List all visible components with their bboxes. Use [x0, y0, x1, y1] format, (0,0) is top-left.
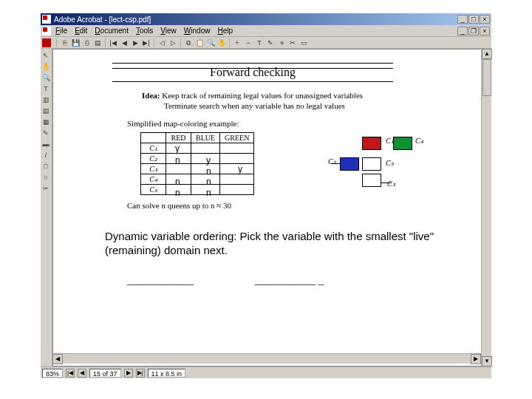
vertical-scrollbar[interactable]: ▲ ▼	[481, 49, 491, 366]
statusbar: 83% |◀ ◀ 15 of 37 ▶ ▶| 11 x 8.5 in	[41, 366, 491, 378]
menu-window[interactable]: Window	[184, 27, 211, 35]
doc-minimize-button[interactable]: _	[457, 27, 468, 35]
scroll-left-icon[interactable]: ◀	[52, 354, 63, 364]
window-title: Adobe Acrobat - [lect-csp.pdf]	[54, 16, 151, 24]
column-tool-icon[interactable]: ▥	[41, 95, 51, 105]
text-select-icon[interactable]: T	[254, 38, 265, 48]
forward-icon[interactable]: ▷	[168, 38, 178, 48]
stamp-tool-icon[interactable]: ▦	[41, 117, 51, 127]
pdf-app-icon	[42, 15, 51, 24]
save-icon[interactable]: 💾	[70, 38, 81, 48]
form-tool-icon[interactable]: ▭	[299, 38, 309, 48]
table-row: C₃	[141, 164, 254, 174]
maximize-button[interactable]: □	[468, 15, 479, 24]
map-diagram: C₁ C₂ C₃ C₄ C₅	[319, 131, 452, 205]
lbl-c5: C₅	[386, 159, 394, 167]
box-tool-icon[interactable]: □	[41, 161, 51, 171]
menu-help[interactable]: Help	[217, 27, 233, 35]
doc-restore-button[interactable]: ❐	[468, 27, 479, 35]
blank2: ___________ _	[255, 274, 324, 286]
scroll-down-icon[interactable]: ▼	[482, 356, 492, 366]
zoom-out-icon[interactable]: −	[243, 38, 253, 48]
crop-tool-icon[interactable]: ✂	[287, 38, 298, 48]
note-tool2-icon[interactable]: ▤	[41, 106, 51, 116]
hdr-green: GREEN	[220, 133, 254, 143]
zoom-in-icon[interactable]: +	[232, 38, 242, 48]
hand-tool-icon[interactable]: ✋	[216, 38, 227, 48]
copy-icon[interactable]: ⧉	[183, 38, 194, 48]
menu-edit[interactable]: Edit	[75, 27, 87, 35]
idea-label: Idea:	[142, 91, 160, 100]
cell-c5-red: n	[175, 188, 180, 198]
circle-tool-icon[interactable]: ○	[41, 172, 51, 183]
scroll-thumb[interactable]	[482, 59, 491, 96]
status-first-icon[interactable]: |◀	[66, 369, 75, 378]
cell-c2-red: n	[175, 155, 180, 166]
main-toolbar: ⎘ 💾 ⎙ ▤ |◀ ◀ ▶ ▶| ◁ ▷ ⧉ 📋 🔍 ✋ + − T ✎ ⎆ …	[41, 37, 491, 49]
doc-close-button[interactable]: ×	[480, 27, 490, 35]
cell-c4-blue: n	[206, 177, 211, 187]
paste-icon[interactable]: 📋	[194, 38, 205, 48]
lbl-c1: C₁	[386, 137, 394, 145]
status-prev-icon[interactable]: ◀	[78, 369, 86, 378]
page-size: 11 x 8.5 in	[148, 369, 186, 378]
left-toolbox: ↖ ✋ 🔍 T ▥ ▤ ▦ ✎ ▬ / □ ○ ✂	[41, 49, 52, 366]
hand-tool2-icon[interactable]: ✋	[41, 61, 51, 72]
blank1: ____________	[127, 274, 194, 286]
hdr-red: RED	[166, 133, 191, 143]
lbl-c2: C₂	[328, 157, 336, 166]
hdr-blank	[141, 133, 166, 143]
idea-line1: Idea: Keep track of remaining legal valu…	[142, 91, 363, 100]
cell-c4-red: n	[175, 177, 180, 187]
page-indicator[interactable]: 15 of 37	[89, 369, 121, 378]
link-tool-icon[interactable]: ⎆	[276, 38, 287, 48]
cell-c3-blue: n	[206, 166, 211, 177]
status-next-icon[interactable]: ▶	[124, 369, 133, 378]
back-icon[interactable]: ◁	[157, 38, 167, 48]
menu-document[interactable]: Document	[95, 27, 129, 35]
first-page-icon[interactable]: |◀	[108, 38, 118, 48]
cell-c3-green: y	[238, 164, 242, 174]
scroll-right-icon[interactable]: ▶	[471, 354, 481, 364]
minimize-button[interactable]: _	[457, 15, 468, 24]
last-page-icon[interactable]: ▶|	[141, 38, 151, 48]
prev-page-icon[interactable]: ◀	[119, 38, 129, 48]
nqueens-text: Can solve n queens up to n ≈ 30	[127, 201, 231, 210]
highlight-tool-icon[interactable]: ▬	[41, 139, 51, 149]
menu-view[interactable]: View	[160, 27, 177, 35]
menubar: File Edit Document Tools View Window Hel…	[41, 25, 491, 37]
crop-tool2-icon[interactable]: ✂	[41, 183, 51, 194]
region-c3	[362, 157, 381, 171]
idea-line2: Terminate search when any variable has n…	[164, 101, 345, 110]
idea-text1: Keep track of remaining legal values for…	[162, 91, 363, 100]
lbl-c4: C₄	[415, 137, 423, 145]
open-icon[interactable]: ⎘	[59, 38, 69, 48]
page-canvas: Forward checking Idea: Keep track of rem…	[53, 50, 481, 366]
table-row: C₁	[141, 143, 254, 154]
horizontal-scrollbar[interactable]: ◀ ▶	[52, 353, 481, 364]
showhide-icon[interactable]: ▤	[92, 38, 103, 48]
scroll-up-icon[interactable]: ▲	[482, 49, 492, 59]
zoom-level[interactable]: 83%	[42, 369, 63, 378]
menu-file[interactable]: File	[55, 27, 67, 35]
region-c4	[393, 137, 412, 150]
acrobat-window: Adobe Acrobat - [lect-csp.pdf] _ □ × Fil…	[41, 13, 491, 375]
find-icon[interactable]: 🔍	[205, 38, 216, 48]
table-header-row: RED BLUE GREEN	[141, 133, 254, 143]
arrow-tool-icon[interactable]: ↖	[41, 50, 51, 61]
print-icon[interactable]: ⎙	[81, 38, 92, 48]
text-tool-icon[interactable]: T	[41, 83, 51, 94]
acrobat-logo-icon	[42, 38, 51, 47]
cell-c1-red: y	[175, 143, 180, 154]
hdr-blue: BLUE	[191, 133, 220, 143]
note-tool-icon[interactable]: ✎	[265, 38, 276, 48]
menu-tools[interactable]: Tools	[136, 27, 153, 35]
next-page-icon[interactable]: ▶	[130, 38, 140, 48]
status-last-icon[interactable]: ▶|	[136, 369, 145, 378]
zoom-tool-icon[interactable]: 🔍	[41, 72, 51, 83]
table-row: C₄	[141, 174, 254, 185]
pencil-tool-icon[interactable]: ✎	[41, 128, 51, 138]
line-tool-icon[interactable]: /	[41, 150, 51, 160]
close-button[interactable]: ×	[480, 15, 490, 24]
slide-title: Forward checking	[120, 64, 386, 82]
